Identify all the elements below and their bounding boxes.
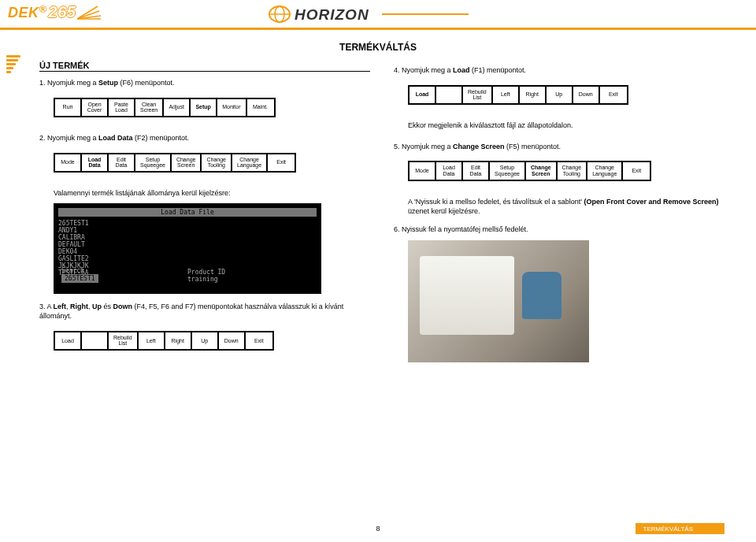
menu-cell: PasteLoad xyxy=(109,99,135,116)
step-1: 1. Nyomjuk meg a Setup (F6) menüpontot. xyxy=(39,78,370,88)
screenshot-title: Load Data File xyxy=(58,208,317,217)
menu-cell: Exit xyxy=(600,87,627,103)
menu-cell: Up xyxy=(192,332,219,349)
menu-cell: Exit xyxy=(268,154,295,171)
section-title: ÚJ TERMÉK xyxy=(39,61,370,72)
menu-cell: RebuildList xyxy=(463,87,493,103)
dek-logo: DEK®265 xyxy=(8,3,76,21)
menubar-4: Load RebuildListLeftRightUpDownExit xyxy=(408,85,628,105)
menu-cell: SetupSqueegee xyxy=(135,154,172,171)
menu-cell: Left xyxy=(139,332,165,349)
dek-text: DEK xyxy=(8,5,39,20)
menu-cell: Adjust xyxy=(164,99,191,116)
menu-cell: Up xyxy=(547,87,573,103)
menu-cell: Left xyxy=(493,87,520,103)
side-decoration xyxy=(0,39,24,520)
printer-photo xyxy=(408,240,589,362)
menu-cell: Setup xyxy=(191,99,217,116)
page-number: 8 xyxy=(32,525,724,533)
menu-cell: Monitor xyxy=(217,99,246,116)
menu-cell: Maint. xyxy=(247,99,274,116)
caption-1: Valamennyi termék listájának állománya k… xyxy=(54,188,370,199)
product-row: Product ID training xyxy=(187,269,225,283)
menu-cell: ChangeScreen xyxy=(172,154,202,171)
menu-cell: Mode xyxy=(55,154,82,171)
right-column: 4. Nyomjuk meg a Load (F1) menüpontot. L… xyxy=(394,61,724,362)
menu-cell: Exit xyxy=(623,162,650,179)
step-5: 5. Nyomjuk meg a Change Screen (F5) menü… xyxy=(394,142,724,152)
menu-cell: Run xyxy=(55,99,82,116)
footer-label: TERMÉKVÁLTÁS xyxy=(636,523,724,534)
menubar-3: Load RebuildListLeftRightUpDownExit xyxy=(54,331,274,351)
menu-cell: SetupSqueegee xyxy=(490,162,526,179)
menu-cell: EditData xyxy=(109,154,135,171)
screenshot-load-data: Load Data File 265TEST1ANDY1CALIBRADEFAU… xyxy=(54,203,321,294)
menu-cell: EditData xyxy=(463,162,490,179)
menu-cell: CleanScreen xyxy=(135,99,164,116)
page-title: TERMÉKVÁLTÁS xyxy=(0,42,756,53)
rays-icon xyxy=(77,5,101,20)
step-2: 2. Nyomjuk meg a Load Data (F2) menüpont… xyxy=(39,133,370,143)
menu-cell xyxy=(436,87,463,103)
menu-cell: ChangeLanguage xyxy=(232,154,268,171)
menu-cell: LoadData xyxy=(436,162,463,179)
menu-cell: ChangeTooling xyxy=(558,162,588,179)
step-6: 6. Nyissuk fel a nyomtatófej mellső fede… xyxy=(394,225,724,235)
menu-cell: OpenCover xyxy=(82,99,109,116)
horizon-logo: HORIZON xyxy=(268,5,472,25)
menu-cell: Right xyxy=(165,332,192,349)
menubar-5: ModeLoadDataEditDataSetupSqueegeeChangeS… xyxy=(408,161,651,180)
svg-text:HORIZON: HORIZON xyxy=(295,6,369,23)
left-column: ÚJ TERMÉK 1. Nyomjuk meg a Setup (F6) me… xyxy=(39,61,370,362)
menu-cell: ChangeTooling xyxy=(202,154,232,171)
menu-cell: RebuildList xyxy=(109,332,139,349)
menubar-1: RunOpenCoverPasteLoadCleanScreenAdjustSe… xyxy=(54,98,276,117)
dek-suffix: 265 xyxy=(49,3,76,20)
note-2: A 'Nyissuk ki a mellso fedelet, és távol… xyxy=(408,197,724,217)
menubar-2: ModeLoadDataEditDataSetupSqueegeeChangeS… xyxy=(54,153,296,173)
menu-cell: Exit xyxy=(246,332,272,349)
menu-cell: Mode xyxy=(410,162,436,179)
menu-cell: Down xyxy=(573,87,600,103)
page-header: DEK®265 HORIZON xyxy=(0,0,756,30)
menu-cell xyxy=(82,332,109,349)
menu-cell: Load xyxy=(55,332,82,349)
menu-cell: LoadData xyxy=(82,154,109,171)
menu-cell: ChangeLanguage xyxy=(587,162,623,179)
page-footer: 8 TERMÉKVÁLTÁS xyxy=(0,525,756,533)
step-3: 3. A Left, Right, Up és Down (F4, F5, F6… xyxy=(39,302,370,321)
search-row: Search 265TEST1 xyxy=(61,267,98,283)
menu-cell: ChangeScreen xyxy=(526,162,558,179)
step-4: 4. Nyomjuk meg a Load (F1) menüpontot. xyxy=(394,65,724,76)
menu-cell: Load xyxy=(410,87,436,103)
menu-cell: Right xyxy=(520,87,547,103)
note-1: Ekkor megjelenik a kiválasztott fájl az … xyxy=(408,121,724,131)
menu-cell: Down xyxy=(219,332,246,349)
content-columns: ÚJ TERMÉK 1. Nyomjuk meg a Setup (F6) me… xyxy=(0,61,756,362)
